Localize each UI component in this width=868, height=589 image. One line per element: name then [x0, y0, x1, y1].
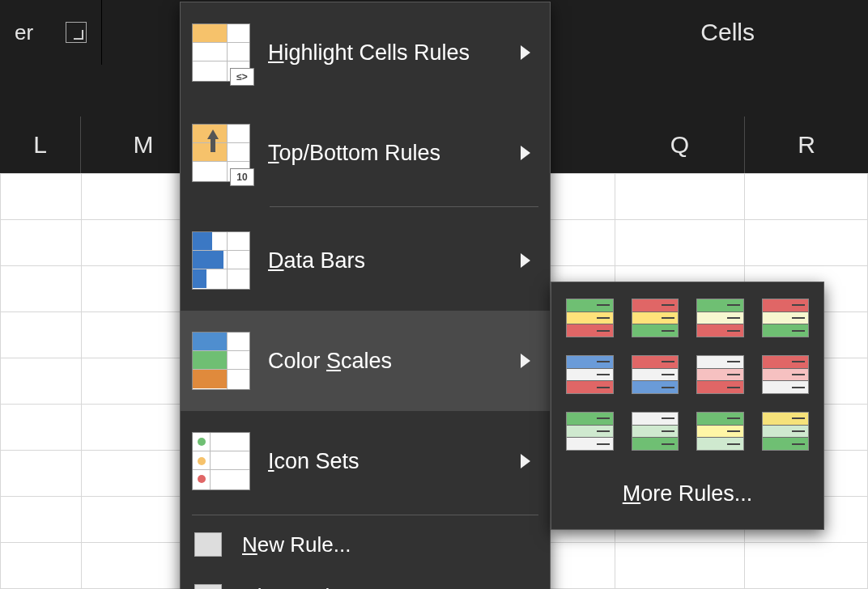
clear-rules-icon: [192, 580, 224, 589]
color-scale-option[interactable]: [696, 412, 744, 451]
submenu-arrow-icon: [521, 454, 530, 468]
ribbon-group-number: er: [0, 0, 102, 65]
menu-item-label: Data Bars: [268, 248, 503, 273]
conditional-formatting-menu: ≤> Highlight Cells Rules 10 Top/Bottom R…: [180, 2, 551, 589]
menu-item-color-scales[interactable]: Color Scales: [181, 311, 550, 411]
highlight-cells-icon: ≤>: [192, 23, 250, 82]
column-header-Q[interactable]: Q: [615, 117, 745, 173]
menu-item-label: Icon Sets: [268, 449, 503, 474]
color-scales-submenu: More Rules...: [551, 282, 824, 530]
color-scale-option[interactable]: [566, 412, 614, 451]
data-bars-icon: [192, 231, 250, 290]
menu-item-highlight-cells-rules[interactable]: ≤> Highlight Cells Rules: [181, 2, 550, 103]
menu-item-label: New Rule...: [242, 532, 535, 557]
color-scale-option[interactable]: [696, 355, 744, 394]
column-header-L[interactable]: L: [0, 117, 81, 173]
menu-item-icon-sets[interactable]: Icon Sets: [181, 411, 550, 511]
color-scale-option[interactable]: [696, 299, 744, 337]
dialog-launcher-icon[interactable]: [66, 22, 87, 43]
color-scale-option[interactable]: [762, 299, 810, 337]
color-scale-option[interactable]: [762, 355, 810, 394]
icon-sets-icon: [192, 432, 250, 490]
new-rule-icon: [192, 528, 224, 561]
menu-separator: [192, 515, 538, 515]
color-scale-option[interactable]: [566, 299, 614, 337]
menu-item-clear-rules[interactable]: Clear Rules: [181, 570, 550, 589]
submenu-arrow-icon: [521, 253, 530, 268]
menu-item-data-bars[interactable]: Data Bars: [181, 210, 550, 311]
color-scale-option[interactable]: [632, 412, 679, 451]
ribbon-group-number-label: er: [15, 20, 33, 45]
more-rules-item[interactable]: More Rules...: [551, 465, 823, 524]
submenu-arrow-icon: [521, 146, 530, 160]
color-scale-option[interactable]: [566, 355, 614, 394]
color-scales-gallery: [551, 290, 823, 465]
color-scale-option[interactable]: [762, 412, 810, 451]
ribbon-group-cells-label: Cells: [700, 19, 868, 46]
submenu-arrow-icon: [521, 45, 530, 60]
color-scales-icon: [192, 332, 250, 390]
submenu-arrow-icon: [521, 354, 530, 368]
menu-item-label: Highlight Cells Rules: [268, 40, 503, 66]
menu-item-label: Clear Rules: [242, 584, 503, 590]
menu-item-new-rule[interactable]: New Rule...: [181, 519, 550, 570]
menu-separator: [270, 206, 538, 207]
menu-item-label: Color Scales: [268, 349, 503, 374]
column-header-R[interactable]: R: [745, 117, 868, 173]
menu-item-top-bottom-rules[interactable]: 10 Top/Bottom Rules: [181, 103, 550, 203]
top-bottom-icon: 10: [192, 124, 250, 182]
color-scale-option[interactable]: [632, 299, 679, 337]
menu-item-label: Top/Bottom Rules: [268, 141, 503, 166]
color-scale-option[interactable]: [632, 355, 679, 394]
